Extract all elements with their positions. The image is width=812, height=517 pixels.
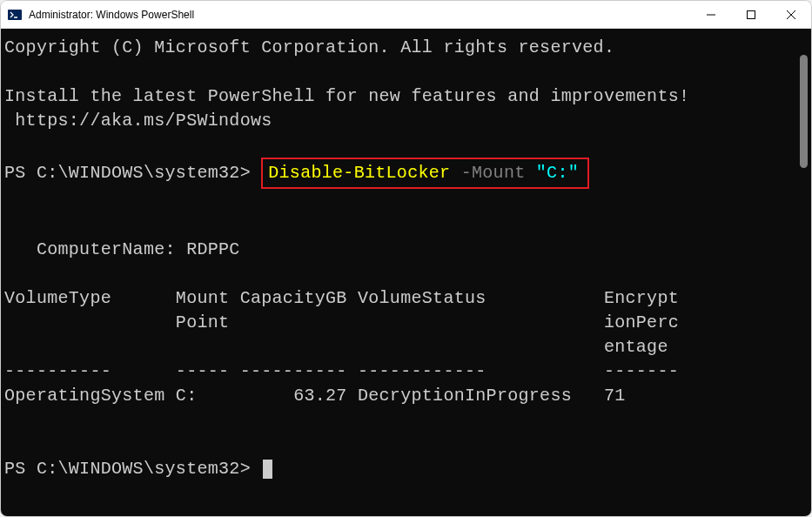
- copyright-line: Copyright (C) Microsoft Corporation. All…: [4, 37, 614, 57]
- powershell-icon: [8, 8, 22, 22]
- cmd-value: "C:": [536, 163, 579, 183]
- table-row: OperatingSystem C: 63.27 DecryptionInPro…: [4, 386, 626, 406]
- window-controls: [691, 1, 811, 28]
- command-highlight: Disable-BitLocker -Mount "C:": [261, 158, 589, 189]
- powershell-window: Administrator: Windows PowerShell Copyri…: [0, 0, 812, 517]
- window-title: Administrator: Windows PowerShell: [29, 9, 691, 21]
- titlebar[interactable]: Administrator: Windows PowerShell: [1, 1, 811, 29]
- table-headers: VolumeType Mount CapacityGB VolumeStatus…: [4, 288, 679, 357]
- prompt-2: PS C:\WINDOWS\system32>: [4, 459, 261, 479]
- terminal-area[interactable]: Copyright (C) Microsoft Corporation. All…: [1, 29, 811, 516]
- cmd-param: -Mount: [450, 163, 535, 183]
- svg-rect-0: [8, 10, 22, 20]
- prompt-1: PS C:\WINDOWS\system32>: [4, 163, 261, 183]
- svg-rect-3: [748, 10, 755, 18]
- cmdlet: Disable-BitLocker: [268, 163, 450, 183]
- table-divider: ---------- ----- ---------- ------------…: [4, 361, 679, 381]
- minimize-button[interactable]: [691, 1, 731, 28]
- terminal-output: Copyright (C) Microsoft Corporation. All…: [4, 36, 808, 481]
- cursor: [263, 460, 272, 479]
- maximize-button[interactable]: [731, 1, 771, 28]
- install-url: https://aka.ms/PSWindows: [4, 111, 272, 131]
- close-button[interactable]: [771, 1, 811, 28]
- computer-name-label: ComputerName:: [4, 239, 186, 259]
- scrollbar[interactable]: [800, 55, 808, 168]
- computer-name: RDPPC: [186, 239, 240, 259]
- install-msg: Install the latest PowerShell for new fe…: [4, 86, 689, 106]
